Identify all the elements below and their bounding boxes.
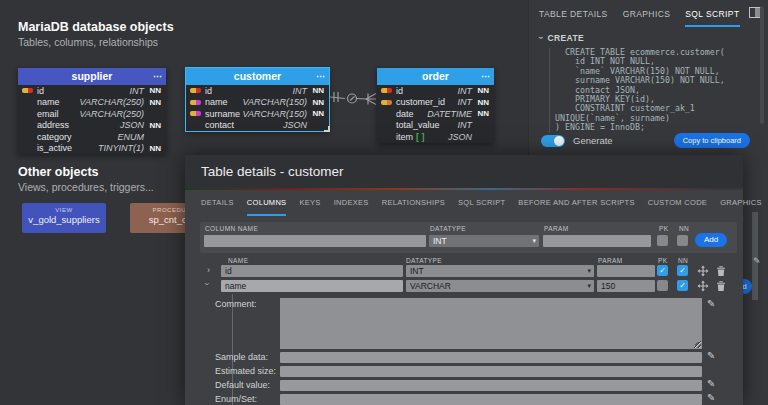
pk-checkbox[interactable] [657,235,668,246]
tab-graphics[interactable]: GRAPHICS [720,198,762,216]
edit-pencil-icon[interactable]: ✎ [707,298,715,309]
textarea-resize-handle[interactable] [695,342,701,348]
comment-textarea[interactable] [280,298,702,349]
move-row-icon[interactable] [697,265,709,277]
tab-custom-code[interactable]: CUSTOM CODE [648,198,707,216]
column-name: name [205,97,228,107]
create-section-header[interactable]: › CREATE [529,27,768,43]
collapse-row-icon[interactable]: › [202,283,212,286]
table-row[interactable]: customer_idINTNN [377,97,494,109]
table-row[interactable]: idINTNN [18,85,166,97]
tab-indexes[interactable]: INDEXES [334,198,369,216]
delete-row-icon[interactable] [715,280,727,292]
row-name-input[interactable] [221,265,403,277]
column-nn: NN [307,86,324,95]
table-name: supplier [72,70,113,82]
column-name: id [37,86,44,96]
move-row-icon[interactable] [697,280,709,292]
tab-before-after-scripts[interactable]: BEFORE AND AFTER SCRIPTS [518,198,634,216]
table-row[interactable]: is_activeTINYINT(1)NN [18,143,166,155]
check-icon: ✓ [659,266,666,275]
table-row[interactable]: nameVARCHAR(150)NN [186,97,329,109]
copy-to-clipboard-button[interactable]: Copy to clipboard [674,133,750,148]
table-row[interactable]: emailVARCHAR(250) [18,108,166,120]
column-name: item [396,132,413,142]
table-row[interactable]: item[ ]JSON [377,131,494,143]
resize-handle[interactable] [324,126,330,132]
row-param-input[interactable] [597,265,655,277]
table-row[interactable]: total_valueINT [377,120,494,132]
estimated-size-input[interactable] [280,366,702,377]
side-panel-tabs: TABLE DETAILS GRAPHICS SQL SCRIPT [529,0,768,27]
table-row[interactable]: surnameVARCHAR(150)NN [186,108,329,120]
row-nn-checkbox[interactable]: ✓ [677,280,688,291]
table-row[interactable]: idINTNN [377,85,494,97]
edit-pencil-icon[interactable]: ✎ [753,256,761,266]
alternate-key-icon [190,100,201,105]
table-row[interactable]: contactJSON [186,120,329,132]
expand-row-icon[interactable]: › [207,265,210,275]
add-column-button[interactable]: Add [695,233,727,247]
column-nn: NN [144,121,161,130]
edit-pencil-icon[interactable]: ✎ [707,350,715,361]
table-row[interactable]: addressJSONNN [18,120,166,132]
sql-code-block: CREATE TABLE ecommerce.customer( id INT … [549,48,768,133]
nn-checkbox[interactable] [677,235,688,246]
column-type: TINYINT(1) [98,143,144,153]
row-datatype-select[interactable]: INT ▾ [406,265,594,277]
foreign-key-icon [381,100,392,105]
row-pk-checkbox[interactable] [657,280,668,291]
row-pk-checkbox[interactable]: ✓ [657,265,668,276]
tab-keys[interactable]: KEYS [299,198,320,216]
row-nn-checkbox[interactable]: ✓ [677,265,688,276]
column-name-input[interactable] [204,235,426,247]
generate-toggle[interactable] [541,135,565,147]
delete-row-icon[interactable] [715,265,727,277]
caret-down-icon: ▾ [587,280,591,292]
diagram-table-customer[interactable]: customer ⋯ idINTNN nameVARCHAR(150)NN su… [186,68,329,131]
panel-scrollbar[interactable] [760,6,764,124]
tab-relationships[interactable]: RELATIONSHIPS [382,198,445,216]
column-type: JSON [283,120,307,130]
create-section-label: CREATE [547,33,584,43]
table-row[interactable]: dateDATETIMENN [377,108,494,120]
edit-pencil-icon[interactable]: ✎ [707,378,715,389]
tab-sql-script[interactable]: SQL SCRIPT [458,198,505,216]
table-row[interactable]: nameVARCHAR(250)NN [18,97,166,109]
table-row[interactable]: idINTNN [186,85,329,97]
datatype-value: INT [433,236,447,246]
tab-details[interactable]: DETAILS [201,198,234,216]
default-value-input[interactable] [280,380,702,391]
tab-table-details[interactable]: TABLE DETAILS [539,9,608,27]
row-datatype-select[interactable]: VARCHAR ▾ [406,280,594,292]
diagram-table-supplier[interactable]: supplier ⋯ idINTNN nameVARCHAR(250)NN em… [18,68,166,154]
table-row[interactable]: categoryENUM [18,131,166,143]
table-menu-icon[interactable]: ⋯ [481,68,490,85]
column-nn: NN [472,86,489,95]
table-menu-icon[interactable]: ⋯ [316,68,325,85]
column-nn: NN [144,86,161,95]
row-name-input[interactable] [221,280,403,292]
tab-sql-script[interactable]: SQL SCRIPT [685,9,739,27]
row-param-input[interactable] [597,280,655,292]
column-type: ENUM [118,132,145,142]
column-name: email [37,109,59,119]
dialog-title: Table details - customer [185,155,743,188]
column-name: customer_id [396,97,445,107]
datatype-select[interactable]: INT ▾ [429,235,539,247]
column-name: contact [205,120,234,130]
tab-graphics[interactable]: GRAPHICS [623,9,671,27]
primary-key-icon [381,88,392,93]
table-menu-icon[interactable]: ⋯ [153,68,162,85]
enum-set-input[interactable] [280,394,702,405]
sample-data-input[interactable] [280,352,702,363]
column-name: date [396,109,414,119]
param-input[interactable] [543,235,651,247]
edit-pencil-icon[interactable]: ✎ [707,392,715,403]
view-object-v-gold-suppliers[interactable]: VIEW v_gold_suppliers [22,203,106,233]
estimated-size-label: Estimated size: [215,366,276,376]
column-type: VARCHAR(150) [242,109,307,119]
tab-columns[interactable]: COLUMNS [247,198,287,216]
datatype-header: DATATYPE [406,257,442,264]
diagram-table-order[interactable]: order ⋯ idINTNN customer_idINTNN dateDAT… [377,68,494,143]
